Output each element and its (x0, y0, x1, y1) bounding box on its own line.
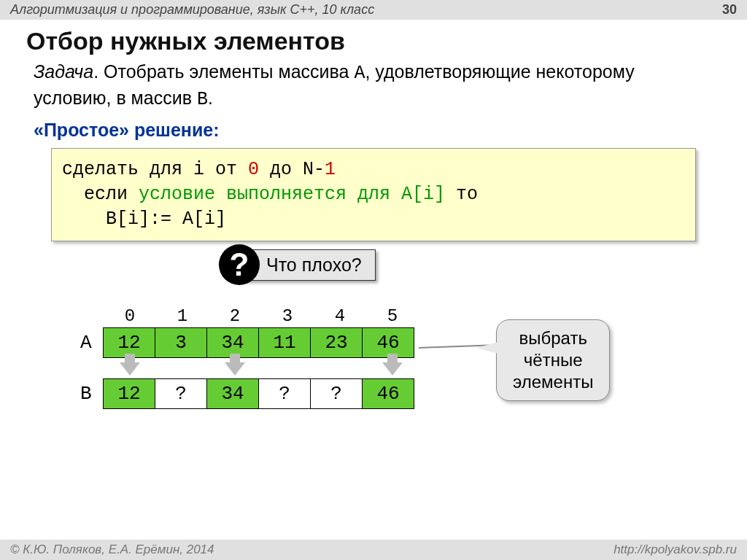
down-arrow-icon (225, 362, 245, 376)
b-cell-2: 34 (206, 378, 259, 409)
code-condition: условие выполняется для A[i] (139, 184, 445, 205)
callout-line-1: выбрать (513, 327, 593, 349)
array-b-label: B (80, 383, 104, 405)
body-text: Задача. Отобрать элементы массива A, удо… (0, 60, 747, 142)
callout-line-2: чётные (513, 349, 593, 371)
slide-header: Алгоритмизация и программирование, язык … (0, 0, 747, 20)
index-2: 2 (209, 306, 261, 326)
index-0: 0 (104, 306, 156, 326)
question-text: Что плохо? (241, 249, 376, 281)
course-title: Алгоритмизация и программирование, язык … (10, 2, 374, 18)
callout-line-3: элементы (513, 371, 593, 393)
code-one: 1 (325, 159, 336, 180)
b-cell-0: 12 (103, 378, 155, 409)
a-cell-3: 11 (258, 327, 311, 358)
task-text-1: . Отобрать элементы массива (93, 61, 354, 82)
index-5: 5 (366, 306, 419, 326)
index-4: 4 (314, 306, 366, 326)
b-cell-5: 46 (362, 378, 414, 409)
copyright: © К.Ю. Поляков, Е.А. Ерёмин, 2014 (10, 542, 214, 557)
b-cell-4: ? (310, 378, 363, 409)
index-3: 3 (261, 306, 314, 326)
task-label: Задача (34, 61, 93, 82)
b-cell-1: ? (155, 378, 207, 409)
array-b-name: B (197, 89, 208, 110)
a-cell-1: 3 (155, 327, 207, 358)
slide-footer: © К.Ю. Поляков, Е.А. Ерёмин, 2014 http:/… (0, 540, 747, 560)
code-box: сделать для i от 0 до N-1 если условие в… (51, 148, 696, 241)
array-b-row: B 12 ? 34 ? ? 46 (80, 378, 419, 409)
index-row: 0 1 2 3 4 5 (104, 306, 419, 326)
code-line-3: B[i]:= A[i] (62, 207, 685, 232)
code-zero: 0 (248, 159, 259, 180)
down-arrow-icon (382, 362, 403, 376)
arrows-row (104, 362, 419, 376)
array-a-name: A (354, 63, 365, 84)
slide-title: Отбор нужных элементов (0, 20, 747, 60)
callout-bubble: выбрать чётные элементы (496, 319, 610, 401)
arrays-diagram: 0 1 2 3 4 5 A 12 3 34 11 23 46 B 12 ? 34… (80, 306, 419, 409)
task-text-3: . (208, 88, 213, 108)
code-line-1: сделать для i от 0 до N-1 (62, 158, 685, 182)
footer-url: http://kpolyakov.spb.ru (614, 542, 737, 557)
b-cell-3: ? (258, 378, 311, 409)
array-a-label: A (80, 332, 104, 354)
code-line-2: если условие выполняется для A[i] то (62, 182, 685, 207)
task-paragraph: Задача. Отобрать элементы массива A, удо… (34, 60, 703, 112)
down-arrow-icon (120, 362, 140, 376)
question-group: ? Что плохо? (219, 244, 376, 285)
solution-label: «Простое» решение: (34, 118, 703, 143)
question-mark-icon: ? (219, 244, 260, 285)
a-cell-4: 23 (310, 327, 363, 358)
index-1: 1 (156, 306, 209, 326)
page-number: 30 (722, 2, 737, 18)
